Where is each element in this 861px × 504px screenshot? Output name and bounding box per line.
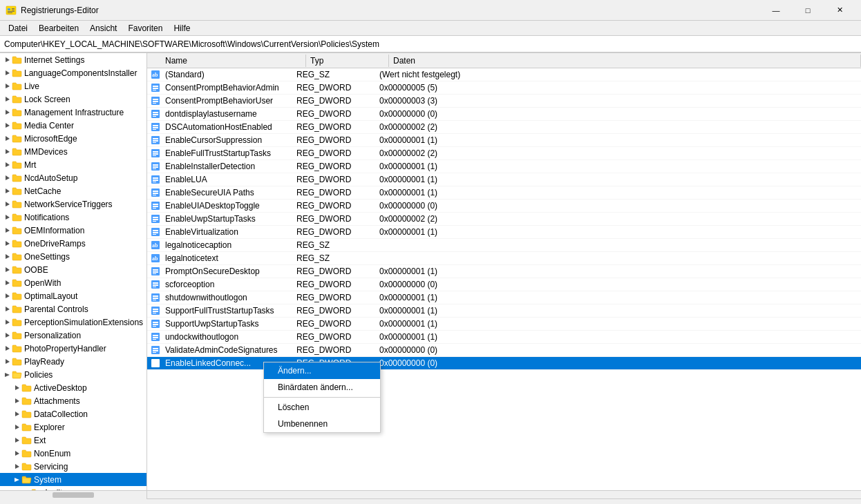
table-row-support-uwp[interactable]: SupportUwpStartupTasksREG_DWORD0x0000000… [147,318,861,331]
table-row-enable-virtualization[interactable]: EnableVirtualizationREG_DWORD0x00000001 … [147,226,861,239]
tree-hscroll[interactable] [0,491,147,499]
tree-item-microsoft-edge[interactable]: MicrosoftEdge [0,132,146,145]
context-menu-item-binardata[interactable]: Binärdaten ändern... [264,379,380,396]
expand-icon-onedrive-ramps[interactable] [3,240,11,248]
tree-item-optimal-layout[interactable]: OptimalLayout [0,289,146,302]
minimize-button[interactable]: — [760,0,792,21]
table-row-enable-secure-ui[interactable]: EnableSecureUIA PathsREG_DWORD0x00000001… [147,186,861,200]
tree-item-media-center[interactable]: Media Center [0,119,146,132]
table-row-enable-lua[interactable]: EnableLUAREG_DWORD0x00000001 (1) [147,173,861,186]
table-row-enable-full-trust[interactable]: EnableFullTrustStartupTasksREG_DWORD0x00… [147,147,861,160]
expand-icon-one-settings[interactable] [3,253,11,261]
menu-hilfe[interactable]: Hilfe [168,22,196,35]
expand-icon-mmdevices[interactable] [3,148,11,156]
table-row-prompt-on-secure[interactable]: PromptOnSecureDesktopREG_DWORD0x00000001… [147,265,861,278]
tree-item-parental-controls[interactable]: Parental Controls [0,302,146,316]
table-row-support-full-trust[interactable]: SupportFullTrustStartupTasksREG_DWORD0x0… [147,304,861,318]
table-row-dontdisplay[interactable]: dontdisplaylastusernameREG_DWORD0x000000… [147,108,861,121]
expand-icon-media-center[interactable] [3,122,11,130]
tree-item-mrt[interactable]: Mrt [0,158,146,171]
expand-icon-parental-controls[interactable] [3,305,11,313]
tree-panel[interactable]: Internet Settings LanguageComponentsInst… [0,53,147,490]
expand-icon-policies[interactable] [3,371,11,379]
tree-item-oobe[interactable]: OOBE [0,263,146,276]
expand-icon-perception-sim[interactable] [3,318,11,327]
tree-item-data-collection[interactable]: DataCollection [0,407,146,420]
tree-item-oem-information[interactable]: OEMInformation [0,224,146,237]
table-row-enable-uia-desktop[interactable]: EnableUIADesktopToggleREG_DWORD0x0000000… [147,200,861,213]
expand-icon-optimal-layout[interactable] [3,292,11,300]
expand-icon-live[interactable] [3,82,11,90]
table-row-undock-without-logon[interactable]: undockwithoutlogonREG_DWORD0x00000001 (1… [147,331,861,344]
tree-item-attachments[interactable]: Attachments [0,394,146,407]
expand-icon-oobe[interactable] [3,266,11,274]
menu-favoriten[interactable]: Favoriten [122,22,168,35]
table-row-consent-prompt-user[interactable]: ConsentPromptBehaviorUserREG_DWORD0x0000… [147,95,861,108]
tree-item-policies[interactable]: Policies [0,368,146,381]
tree-item-non-enum[interactable]: NonEnum [0,447,146,460]
tree-item-audit[interactable]: Audit [0,486,146,490]
tree-item-active-desktop[interactable]: ActiveDesktop [0,381,146,394]
tree-item-system[interactable]: System [0,473,146,486]
expand-icon-data-collection[interactable] [12,410,21,418]
table-row-legal-notice-caption[interactable]: ab legalnoticecaptionREG_SZ [147,239,861,252]
tree-item-net-cache[interactable]: NetCache [0,184,146,197]
expand-icon-explorer[interactable] [12,423,21,432]
table-row-enable-linked-connections[interactable]: EnableLinkedConnec...REG_DWORD0x00000000… [147,357,861,370]
expand-icon-net-cache[interactable] [3,187,11,195]
expand-icon-management-infra[interactable] [3,108,11,117]
expand-icon-personalization[interactable] [3,331,11,340]
tree-item-lock-screen[interactable]: Lock Screen [0,93,146,106]
expand-icon-network-service-triggers[interactable] [3,200,11,209]
tree-item-play-ready[interactable]: PlayReady [0,355,146,368]
expand-icon-non-enum[interactable] [12,449,21,458]
tree-item-management-infra[interactable]: Management Infrastructure [0,106,146,119]
expand-icon-notifications[interactable] [3,213,11,222]
table-row-enable-installer[interactable]: EnableInstallerDetectionREG_DWORD0x00000… [147,160,861,173]
table-row-enable-uwp-startup[interactable]: EnableUwpStartupTasksREG_DWORD0x00000002… [147,213,861,226]
expand-icon-lock-screen[interactable] [3,95,11,104]
tree-item-onedrive-ramps[interactable]: OneDriveRamps [0,237,146,250]
expand-icon-open-with[interactable] [3,279,11,287]
expand-icon-active-desktop[interactable] [12,384,21,392]
tree-item-one-settings[interactable]: OneSettings [0,250,146,263]
tree-item-ncd-auto-setup[interactable]: NcdAutoSetup [0,171,146,184]
table-row-scforce[interactable]: scforceoptionREG_DWORD0x00000000 (0) [147,278,861,291]
table-row-standard[interactable]: ab (Standard)REG_SZ(Wert nicht festgeleg… [147,68,861,81]
close-button[interactable]: ✕ [824,0,855,21]
tree-item-photo-property-handler[interactable]: PhotoPropertyHandler [0,342,146,355]
expand-icon-mrt[interactable] [3,161,11,169]
menu-bearbeiten[interactable]: Bearbeiten [33,22,84,35]
context-menu-item-umbenennen[interactable]: Umbenennen [264,416,380,432]
expand-icon-attachments[interactable] [12,397,21,405]
expand-icon-ncd-auto-setup[interactable] [3,174,11,182]
col-header-name[interactable]: Name [161,55,306,67]
col-header-data[interactable]: Daten [389,55,861,67]
tree-item-ext[interactable]: Ext [0,434,146,447]
expand-icon-system[interactable] [12,476,21,484]
expand-icon-servicing[interactable] [12,463,21,471]
col-header-type[interactable]: Typ [306,55,389,67]
table-row-dsc-automation[interactable]: DSCAutomationHostEnabledREG_DWORD0x00000… [147,121,861,134]
expand-icon-oem-information[interactable] [3,226,11,235]
right-hscroll[interactable] [147,491,861,498]
expand-icon-internet-settings[interactable] [3,56,11,64]
maximize-button[interactable]: □ [792,0,824,21]
table-row-validate-admin[interactable]: ValidateAdminCodeSignaturesREG_DWORD0x00… [147,344,861,357]
tree-item-notifications[interactable]: Notifications [0,211,146,224]
tree-item-live[interactable]: Live [0,79,146,93]
tree-item-language-components[interactable]: LanguageComponentsInstaller [0,66,146,79]
tree-item-personalization[interactable]: Personalization [0,329,146,342]
tree-item-perception-sim[interactable]: PerceptionSimulationExtensions [0,316,146,329]
expand-icon-microsoft-edge[interactable] [3,135,11,143]
tree-item-servicing[interactable]: Servicing [0,460,146,473]
tree-item-internet-settings[interactable]: Internet Settings [0,53,146,66]
table-row-consent-prompt-admin[interactable]: ConsentPromptBehaviorAdminREG_DWORD0x000… [147,81,861,95]
tree-item-network-service-triggers[interactable]: NetworkServiceTriggers [0,197,146,211]
tree-item-explorer[interactable]: Explorer [0,420,146,434]
menu-ansicht[interactable]: Ansicht [84,22,122,35]
context-menu-item-loschen[interactable]: Löschen [264,399,380,416]
expand-icon-ext[interactable] [12,436,21,445]
table-row-legal-notice-text[interactable]: ab legalnoticetextREG_SZ [147,252,861,265]
expand-icon-audit[interactable] [22,489,30,491]
